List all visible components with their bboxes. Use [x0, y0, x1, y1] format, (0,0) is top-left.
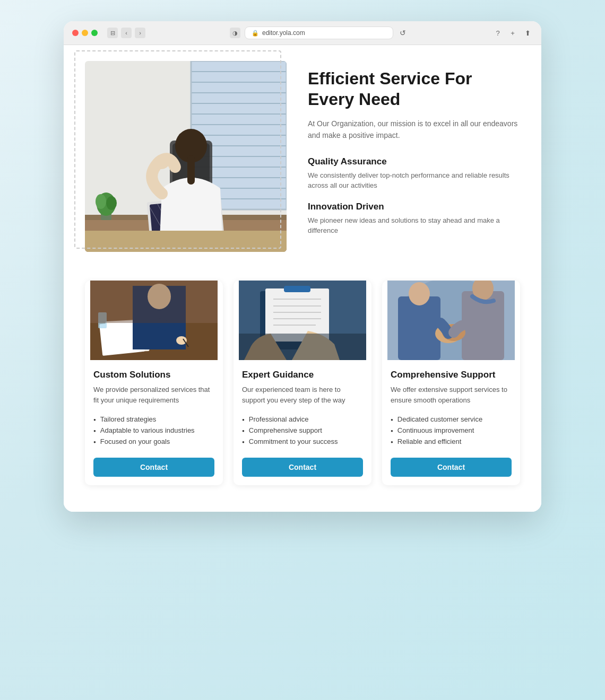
- browser-controls: ⊟ ‹ ›: [107, 28, 145, 38]
- feature-innovation: Innovation Driven We pioneer new ideas a…: [308, 202, 520, 236]
- card-1-contact-button[interactable]: Contact: [93, 458, 214, 477]
- svg-point-32: [106, 196, 117, 210]
- svg-rect-33: [85, 231, 287, 252]
- reload-icon[interactable]: ↺: [397, 28, 408, 38]
- hero-title: Efficient Service For Every Need: [308, 68, 520, 109]
- svg-point-40: [176, 336, 187, 345]
- forward-icon[interactable]: ›: [135, 28, 145, 38]
- card-3-body: Comprehensive Support We offer extensive…: [382, 360, 520, 485]
- minimize-dot[interactable]: [82, 30, 88, 36]
- svg-rect-53: [239, 334, 366, 360]
- hero-description: At Our Organization, our mission is to e…: [308, 118, 520, 142]
- browser-actions: ? + ⬆: [492, 28, 533, 38]
- sidebar-toggle-icon[interactable]: ⊟: [107, 28, 118, 38]
- card-3-image: [382, 281, 520, 360]
- share-icon[interactable]: ⬆: [522, 28, 533, 38]
- card-1-image: [85, 281, 223, 360]
- card-2-desc: Our experienced team is here to support …: [242, 384, 363, 405]
- feature-innovation-desc: We pioneer new ideas and solutions to st…: [308, 215, 520, 236]
- hero-image: [85, 61, 287, 252]
- list-item: Focused on your goals: [93, 436, 214, 447]
- card-2-image: [234, 281, 371, 360]
- close-dot[interactable]: [72, 30, 79, 36]
- card-expert-guidance: Expert Guidance Our experienced team is …: [234, 281, 371, 485]
- theme-icon[interactable]: ◑: [230, 28, 240, 38]
- list-item: Comprehensive support: [242, 425, 363, 436]
- card-comprehensive-support: Comprehensive Support We offer extensive…: [382, 281, 520, 485]
- url-text: editor.yola.com: [262, 29, 305, 37]
- hero-image-wrapper: [85, 61, 287, 254]
- svg-point-28: [152, 156, 169, 169]
- browser-body: Efficient Service For Every Need At Our …: [64, 45, 541, 512]
- traffic-lights: [72, 30, 98, 36]
- card-2-body: Expert Guidance Our experienced team is …: [234, 360, 371, 485]
- cards-section: Custom Solutions We provide personalized…: [85, 281, 520, 485]
- feature-quality-title: Quality Assurance: [308, 156, 520, 167]
- lock-icon: 🔒: [252, 30, 259, 37]
- svg-rect-43: [90, 281, 218, 323]
- maximize-dot[interactable]: [91, 30, 98, 36]
- card-3-list: Dedicated customer service Continuous im…: [391, 414, 512, 447]
- card-1-list: Tailored strategies Adaptable to various…: [93, 414, 214, 447]
- card-3-title: Comprehensive Support: [391, 370, 512, 380]
- browser-chrome: ⊟ ‹ › ◑ 🔒 editor.yola.com ↺ ? + ⬆: [64, 21, 541, 45]
- svg-point-31: [96, 194, 106, 209]
- svg-rect-56: [398, 296, 440, 360]
- card-3-desc: We offer extensive support services to e…: [391, 384, 512, 405]
- card-custom-solutions: Custom Solutions We provide personalized…: [85, 281, 223, 485]
- feature-quality-desc: We consistently deliver top-notch perfor…: [308, 170, 520, 191]
- list-item: Adaptable to various industries: [93, 425, 214, 436]
- add-tab-icon[interactable]: +: [507, 28, 518, 38]
- list-item: Reliable and efficient: [391, 436, 512, 447]
- list-item: Tailored strategies: [93, 414, 214, 425]
- feature-quality: Quality Assurance We consistently delive…: [308, 156, 520, 191]
- list-item: Professional advice: [242, 414, 363, 425]
- hero-section: Efficient Service For Every Need At Our …: [85, 61, 520, 254]
- card-3-contact-button[interactable]: Contact: [391, 458, 512, 477]
- back-icon[interactable]: ‹: [121, 28, 132, 38]
- svg-rect-27: [187, 155, 195, 185]
- card-1-desc: We provide personalized services that fi…: [93, 384, 214, 405]
- list-item: Dedicated customer service: [391, 414, 512, 425]
- card-2-contact-button[interactable]: Contact: [242, 458, 363, 477]
- card-2-list: Professional advice Comprehensive suppor…: [242, 414, 363, 447]
- card-1-title: Custom Solutions: [93, 370, 214, 380]
- help-icon[interactable]: ?: [492, 28, 503, 38]
- svg-point-57: [409, 282, 430, 305]
- address-bar-area: ◑ 🔒 editor.yola.com ↺: [151, 27, 487, 39]
- feature-innovation-title: Innovation Driven: [308, 202, 520, 212]
- browser-window: ⊟ ‹ › ◑ 🔒 editor.yola.com ↺ ? + ⬆: [64, 21, 541, 512]
- list-item: Commitment to your success: [242, 436, 363, 447]
- card-1-body: Custom Solutions We provide personalized…: [85, 360, 223, 485]
- list-item: Continuous improvement: [391, 425, 512, 436]
- hero-content: Efficient Service For Every Need At Our …: [308, 68, 520, 247]
- svg-rect-52: [284, 286, 310, 292]
- card-2-title: Expert Guidance: [242, 370, 363, 380]
- address-bar[interactable]: 🔒 editor.yola.com: [245, 27, 393, 39]
